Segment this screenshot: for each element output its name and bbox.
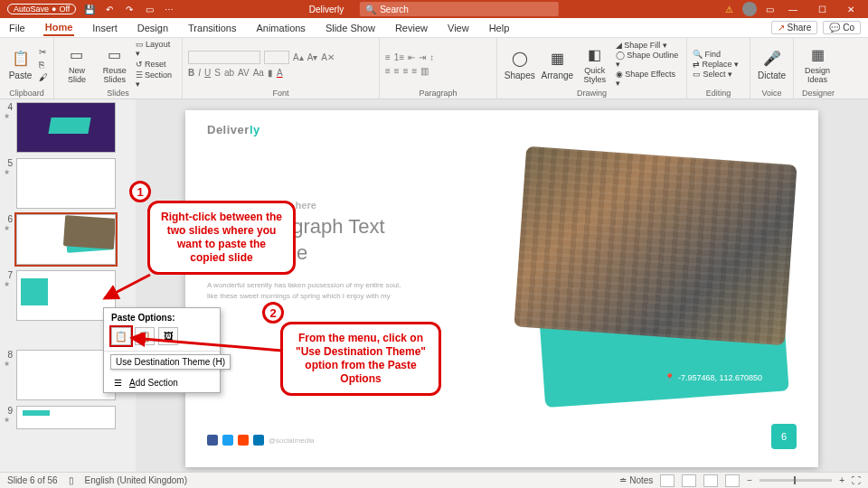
- slide-thumb-5[interactable]: [16, 158, 116, 209]
- notes-button[interactable]: ≐ Notes: [619, 475, 653, 485]
- clear-format-icon[interactable]: A✕: [321, 52, 335, 62]
- maximize-button[interactable]: ☐: [812, 5, 832, 14]
- font-color-icon[interactable]: A: [277, 68, 283, 78]
- tab-animations[interactable]: Animations: [254, 21, 307, 35]
- font-size[interactable]: [264, 51, 289, 64]
- save-icon[interactable]: 💾: [83, 3, 96, 15]
- change-case-icon[interactable]: Aa: [253, 68, 264, 78]
- quick-styles-button[interactable]: ◧Quick Styles: [578, 42, 612, 86]
- add-section-menu[interactable]: ☰Add Section: [104, 372, 220, 392]
- zoom-slider[interactable]: [760, 479, 832, 482]
- status-language[interactable]: English (United Kingdom): [85, 475, 187, 485]
- decrease-font-icon[interactable]: A▾: [307, 52, 318, 62]
- reuse-slides-icon: ▭: [105, 44, 125, 64]
- paste-use-destination-theme[interactable]: 📋: [111, 327, 131, 345]
- zoom-in-button[interactable]: +: [839, 475, 844, 485]
- design-ideas-button[interactable]: ▦Design Ideas: [799, 42, 835, 86]
- normal-view-icon[interactable]: [660, 474, 675, 487]
- redo-icon[interactable]: ↷: [123, 3, 136, 15]
- font-family[interactable]: [188, 51, 260, 64]
- justify-icon[interactable]: ≡: [412, 66, 418, 76]
- status-slide-indicator[interactable]: Slide 6 of 56: [7, 475, 58, 485]
- cut-icon[interactable]: ✂: [39, 47, 48, 57]
- group-editing-label: Editing: [693, 89, 744, 99]
- align-right-icon[interactable]: ≡: [403, 66, 409, 76]
- dictate-button[interactable]: 🎤Dictate: [756, 42, 788, 86]
- indent-inc-icon[interactable]: ⇥: [419, 52, 426, 62]
- strike-button[interactable]: S: [214, 68, 221, 78]
- slide-thumb-4[interactable]: [16, 102, 116, 153]
- tab-review[interactable]: Review: [393, 21, 429, 35]
- arrange-button[interactable]: ▦Arrange: [541, 42, 575, 86]
- shape-outline-button[interactable]: ◯ Shape Outline ▾: [616, 51, 681, 69]
- ribbon-display-icon[interactable]: ▭: [766, 5, 774, 14]
- new-slide-button[interactable]: ▭New Slide: [60, 42, 94, 86]
- char-spacing-icon[interactable]: AV: [238, 68, 250, 78]
- tab-view[interactable]: View: [446, 21, 471, 35]
- numbering-icon[interactable]: 1≡: [394, 52, 404, 62]
- shape-effects-button[interactable]: ◉ Shape Effects ▾: [616, 70, 681, 88]
- increase-font-icon[interactable]: A▴: [293, 52, 304, 62]
- section-button[interactable]: ☰ Section ▾: [136, 70, 176, 89]
- reading-view-icon[interactable]: [703, 474, 718, 487]
- find-button[interactable]: 🔍 Find: [693, 50, 739, 59]
- paste-picture[interactable]: 🖼: [158, 327, 178, 345]
- start-slideshow-icon[interactable]: ▭: [143, 3, 156, 15]
- align-left-icon[interactable]: ≡: [385, 66, 391, 76]
- tab-home[interactable]: Home: [43, 20, 75, 36]
- shapes-button[interactable]: ◯Shapes: [503, 42, 537, 86]
- tab-transitions[interactable]: Transitions: [186, 21, 238, 35]
- fit-to-window-icon[interactable]: ⛶: [852, 475, 861, 485]
- paste-keep-source-format[interactable]: 📋: [135, 327, 155, 345]
- line-spacing-icon[interactable]: ↕: [429, 52, 434, 62]
- qat-overflow-icon[interactable]: ⋯: [163, 3, 175, 15]
- slide-thumb-9[interactable]: [16, 406, 116, 429]
- share-button[interactable]: ↗Share: [771, 21, 818, 34]
- slide-image[interactable]: [514, 146, 797, 345]
- slide-canvas-area[interactable]: Deliverly Awesome Subtitle here One Para…: [136, 99, 868, 472]
- shadow-button[interactable]: ab: [224, 68, 234, 78]
- tab-file[interactable]: File: [7, 21, 27, 35]
- reset-button[interactable]: ↺ Reset: [136, 60, 176, 69]
- thumbnail-pane[interactable]: 4★ 5★ 6★ 7★ 8★ 9★: [0, 99, 136, 472]
- document-title[interactable]: Deliverly: [309, 5, 344, 14]
- warning-icon[interactable]: ⚠: [725, 5, 733, 14]
- select-button[interactable]: ▭ Select ▾: [693, 70, 739, 79]
- slide-thumb-8[interactable]: [16, 350, 116, 400]
- undo-icon[interactable]: ↶: [103, 3, 116, 15]
- columns-icon[interactable]: ▥: [420, 66, 429, 76]
- comments-button[interactable]: 💬 Co: [823, 21, 861, 34]
- tab-design[interactable]: Design: [136, 21, 170, 35]
- format-painter-icon[interactable]: 🖌: [39, 72, 48, 82]
- zoom-out-button[interactable]: −: [747, 475, 752, 485]
- italic-button[interactable]: I: [198, 68, 201, 78]
- align-center-icon[interactable]: ≡: [394, 66, 400, 76]
- shape-fill-button[interactable]: ◢ Shape Fill ▾: [616, 41, 681, 50]
- slide-canvas[interactable]: Deliverly Awesome Subtitle here One Para…: [185, 110, 818, 467]
- reuse-slides-button[interactable]: ▭Reuse Slides: [98, 42, 132, 86]
- bold-button[interactable]: B: [188, 68, 194, 78]
- underline-button[interactable]: U: [204, 68, 211, 78]
- copy-icon[interactable]: ⎘: [39, 60, 48, 70]
- slideshow-view-icon[interactable]: [725, 474, 740, 487]
- replace-button[interactable]: ⇄ Replace ▾: [693, 60, 739, 69]
- highlight-icon[interactable]: ▮: [268, 68, 273, 78]
- tab-insert[interactable]: Insert: [90, 21, 119, 35]
- user-avatar[interactable]: [742, 2, 757, 16]
- slide-thumb-6[interactable]: [16, 214, 116, 265]
- tab-slideshow[interactable]: Slide Show: [324, 21, 377, 35]
- slide-body-text[interactable]: A wonderful serenity has taken possessio…: [207, 280, 406, 302]
- close-button[interactable]: ✕: [841, 5, 861, 14]
- tab-help[interactable]: Help: [487, 21, 512, 35]
- minimize-button[interactable]: —: [783, 5, 803, 14]
- bullets-icon[interactable]: ≡: [385, 52, 391, 62]
- layout-button[interactable]: ▭ Layout ▾: [136, 40, 176, 58]
- slide-thumb-7[interactable]: [16, 270, 116, 321]
- paste-button[interactable]: 📋 Paste: [5, 42, 35, 86]
- sorter-view-icon[interactable]: [682, 474, 696, 487]
- ribbon-tabs: File Home Insert Design Transitions Anim…: [0, 18, 868, 38]
- accessibility-icon[interactable]: ▯: [69, 475, 74, 485]
- search-box[interactable]: 🔍 Search: [360, 2, 559, 16]
- indent-dec-icon[interactable]: ⇤: [408, 52, 415, 62]
- autosave-toggle[interactable]: AutoSave ● Off: [7, 4, 76, 14]
